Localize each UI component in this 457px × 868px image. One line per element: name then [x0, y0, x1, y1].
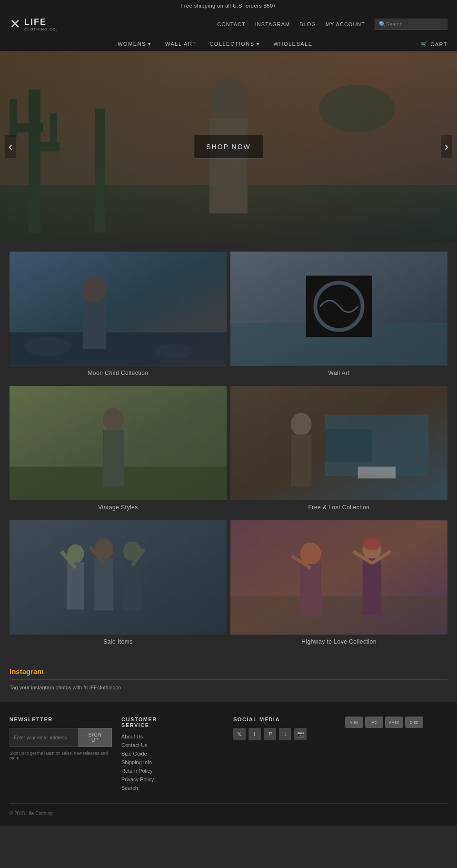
collection-vintage[interactable]: Vintage Styles	[10, 386, 227, 516]
collection-wall-art[interactable]: Wall Art	[230, 252, 447, 382]
free-lost-overlay	[230, 386, 447, 500]
wall-art-overlay	[230, 252, 447, 366]
tumblr-icon[interactable]: t	[279, 728, 291, 740]
pinterest-icon[interactable]: 𝓟	[264, 728, 276, 740]
copyright-text: © 2015 Life Clothing	[10, 811, 53, 816]
hero-next-button[interactable]: ›	[441, 135, 452, 158]
discover-icon: DISC	[405, 717, 423, 728]
footer-link-search[interactable]: Search	[121, 785, 224, 791]
newsletter-title: NEWSLETTER	[10, 717, 112, 722]
collection-moon-child[interactable]: Moon Child Collection	[10, 252, 227, 382]
highway-label: Highway to Love Collection	[230, 635, 447, 651]
nav-womens[interactable]: WOMENS ▾	[118, 41, 152, 47]
payment-icons: VISA MC AMEX DISC	[345, 717, 447, 728]
newsletter-signup-button[interactable]: SIGN UP	[79, 728, 112, 747]
sub-nav-wrap: WOMENS ▾ WALL ART COLLECTIONS ▾ WHOLESAL…	[10, 41, 447, 47]
newsletter-email-input[interactable]	[10, 728, 79, 747]
footer-social-media: SOCIAL MEDIA 𝕏 f 𝓟 t 📷	[233, 717, 336, 794]
footer-bottom: © 2015 Life Clothing	[10, 803, 447, 816]
logo[interactable]: ✕ LIFE CLOTHING CO.	[10, 16, 58, 32]
footer-newsletter: NEWSLETTER SIGN UP Sign up to get the la…	[10, 717, 112, 794]
collection-sale[interactable]: Sale Items	[10, 520, 227, 651]
moon-child-label: Moon Child Collection	[10, 366, 227, 382]
nav-blog[interactable]: BLOG	[299, 21, 316, 27]
search-box: 🔍	[375, 19, 447, 30]
social-media-title: SOCIAL MEDIA	[233, 717, 336, 722]
search-icon: 🔍	[379, 21, 386, 28]
cart-label: CART	[430, 41, 447, 47]
footer-link-contact[interactable]: Contact Us	[121, 742, 224, 748]
footer-link-privacy[interactable]: Privacy Policy	[121, 777, 224, 782]
sale-label: Sale Items	[10, 635, 227, 651]
collection-free-lost[interactable]: Free & Lost Collection	[230, 386, 447, 516]
newsletter-form: SIGN UP	[10, 728, 112, 747]
logo-sub: CLOTHING CO.	[24, 27, 58, 31]
top-banner: Free shipping on all U.S. orders $50+	[0, 0, 457, 11]
sale-overlay	[10, 520, 227, 635]
vintage-overlay	[10, 386, 227, 500]
moon-child-overlay	[10, 252, 227, 366]
twitter-icon[interactable]: 𝕏	[233, 728, 246, 740]
nav-collections[interactable]: COLLECTIONS ▾	[209, 41, 260, 47]
sub-nav: WOMENS ▾ WALL ART COLLECTIONS ▾ WHOLESAL…	[0, 37, 457, 51]
wall-art-label: Wall Art	[230, 366, 447, 382]
facebook-icon[interactable]: f	[248, 728, 261, 740]
footer-payment: VISA MC AMEX DISC	[345, 717, 447, 794]
instagram-divider	[10, 679, 447, 680]
collections-grid: Moon Child Collection Wall A	[0, 242, 457, 660]
logo-life: LIFE	[24, 17, 58, 27]
footer-customer-service: CUSTOMERSERVICE About Us Contact Us Size…	[121, 717, 224, 794]
sub-nav-links: WOMENS ▾ WALL ART COLLECTIONS ▾ WHOLESAL…	[10, 41, 421, 47]
header-nav: CONTACT INSTAGRAM BLOG MY ACCOUNT 🔍	[217, 19, 447, 30]
nav-wall-art[interactable]: WALL ART	[165, 41, 196, 47]
nav-contact[interactable]: CONTACT	[217, 21, 245, 27]
header: ✕ LIFE CLOTHING CO. CONTACT INSTAGRAM BL…	[0, 11, 457, 37]
footer-link-return[interactable]: Return Policy	[121, 768, 224, 774]
nav-instagram[interactable]: INSTAGRAM	[255, 21, 290, 27]
footer-grid: NEWSLETTER SIGN UP Sign up to get the la…	[10, 717, 447, 794]
cart-button[interactable]: 🛒 CART	[421, 41, 447, 47]
footer-link-about[interactable]: About Us	[121, 734, 224, 739]
banner-text: Free shipping on all U.S. orders $50+	[180, 3, 276, 9]
mastercard-icon: MC	[365, 717, 383, 728]
social-icons-container: 𝕏 f 𝓟 t 📷	[233, 728, 336, 740]
collection-highway[interactable]: Highway to Love Collection	[230, 520, 447, 651]
customer-service-title: CUSTOMERSERVICE	[121, 717, 224, 728]
customer-service-links: About Us Contact Us Size Guide Shipping …	[121, 734, 224, 791]
free-lost-label: Free & Lost Collection	[230, 500, 447, 516]
nav-my-account[interactable]: MY ACCOUNT	[326, 21, 365, 27]
hero-section: SHOP NOW ‹ ›	[0, 51, 457, 242]
logo-icon: ✕	[10, 16, 20, 32]
footer-link-shipping[interactable]: Shipping Info	[121, 759, 224, 765]
hero-cta-text: SHOP NOW	[206, 143, 251, 151]
instagram-title: Instagram	[10, 667, 447, 676]
cart-icon: 🛒	[421, 41, 428, 47]
instagram-section: Instagram Tag your instagram photos with…	[0, 660, 457, 702]
vintage-label: Vintage Styles	[10, 500, 227, 516]
footer-link-size[interactable]: Size Guide	[121, 751, 224, 757]
newsletter-note: Sign up to get the latest on sales, new …	[10, 751, 112, 760]
instagram-icon[interactable]: 📷	[294, 728, 307, 740]
logo-text-block: LIFE CLOTHING CO.	[24, 17, 58, 31]
hero-cta-box: SHOP NOW	[194, 135, 263, 159]
visa-icon: VISA	[345, 717, 363, 728]
search-input[interactable]	[386, 21, 443, 27]
nav-wholesale[interactable]: WHOLESALE	[274, 41, 313, 47]
instagram-tag: Tag your instagram photos with #LIFEclot…	[10, 685, 447, 690]
hero-prev-button[interactable]: ‹	[5, 135, 16, 158]
footer: NEWSLETTER SIGN UP Sign up to get the la…	[0, 702, 457, 826]
amex-icon: AMEX	[385, 717, 403, 728]
highway-overlay	[230, 520, 447, 635]
